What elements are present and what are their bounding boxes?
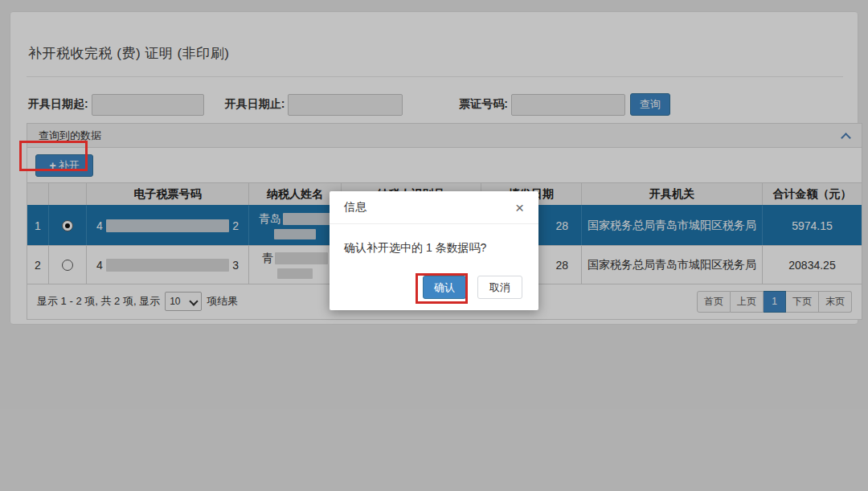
dialog-message: 确认补开选中的 1 条数据吗? — [330, 224, 538, 256]
confirm-dialog: 信息 × 确认补开选中的 1 条数据吗? 确认 取消 — [330, 191, 538, 310]
dialog-footer: 确认 取消 — [423, 276, 522, 299]
confirm-button[interactable]: 确认 — [423, 276, 466, 299]
close-icon[interactable]: × — [515, 200, 524, 215]
dialog-title: 信息 — [344, 200, 366, 215]
cancel-button[interactable]: 取消 — [477, 276, 522, 299]
dialog-header: 信息 × — [330, 191, 538, 224]
